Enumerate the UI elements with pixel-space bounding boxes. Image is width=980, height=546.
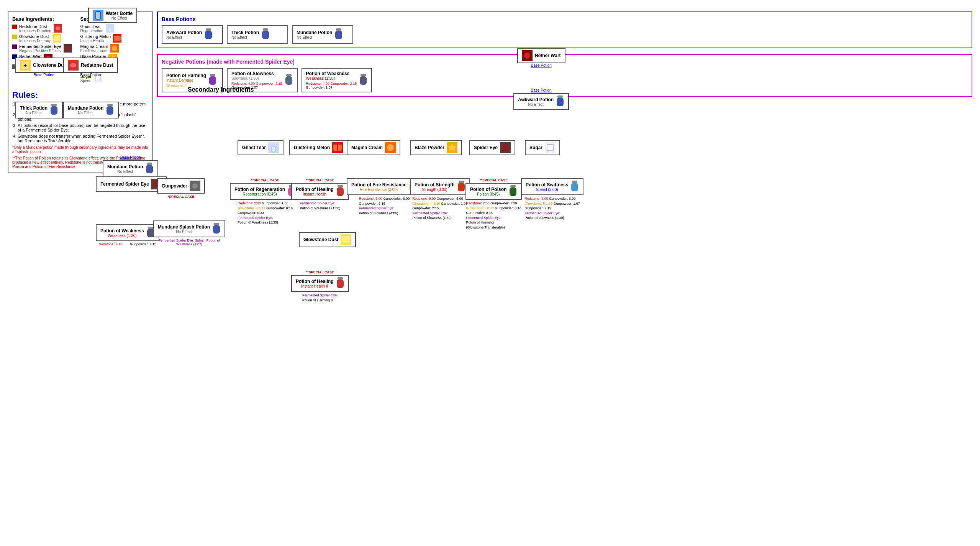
mundane-panel-title: Mundane Potion [297,30,332,35]
blaze-powder-box: Blaze Powder [410,140,462,155]
regen-sub: Regeneration (0:45) [234,192,285,196]
slowness-panel-sub: Slowness (1:30) [231,76,282,81]
swiftness-sub: Speed (3:00) [526,187,568,192]
mundane-splash-box: Mundane Splash Potion No Effect [153,220,225,237]
glowstone-mid-title: Glowstone Dust [303,237,338,242]
mundane-potion-top-title: Mundane Potion [68,105,103,111]
glowstone-dust-mid-node: Glowstone Dust [299,232,356,247]
healing-1-icon [336,185,344,197]
ghast-legend-icon [106,24,114,33]
healing-potion-2-box: Potion of Healing Instant Health II [291,275,349,292]
legend-melon: Glistering Melon Instant Health [80,34,136,43]
legend-redstone: Redstone Dust Increases Duration [12,24,73,33]
swiftness-details: Redstone: 8:00 Gunpowder: 6:00 Glowstone… [525,196,580,220]
ghast-tear-box: Ghast Tear [238,140,284,155]
swiftness-box: Potion of Swiftness Speed (3:00) [521,178,583,195]
mundane-panel-item: Mundane Potion No Effect [292,25,353,44]
swiftness-title: Potion of Swiftness [526,182,568,187]
mundane-splash-icon [212,223,221,235]
svg-point-44 [70,63,76,67]
glistering-melon-box: Glistering Melon [289,140,347,155]
magma-legend-text: Magma Cream Fire Resistance [80,44,108,53]
mundane-mid-base-link[interactable]: Base Potion [120,155,141,160]
svg-rect-120 [262,31,269,39]
poison-box: Potion of Poison Poison (0:45) [465,183,522,200]
svg-rect-54 [146,165,153,173]
healing-1-sub: Instant Health [296,192,334,196]
thick-potion-title: Thick Potion [20,105,48,111]
svg-rect-63 [213,225,220,234]
svg-rect-117 [206,28,211,31]
fermented-dot [12,44,17,49]
legend-magma: Magma Cream Fire Resistance [80,44,136,53]
blaze-powder-title: Blaze Powder [415,145,444,150]
weakness-panel-icon [359,74,367,86]
svg-rect-125 [286,74,292,76]
healing-potion-2-node: **SPECIAL CASE Potion of Healing Instant… [291,270,349,303]
nether-wart-base-link[interactable]: Base Potion [531,63,552,67]
svg-rect-123 [210,74,215,76]
mundane-panel-sub: No Effect [297,35,332,39]
regen-title: Potion of Regeneration [234,187,285,192]
poison-sub: Poison (0:45) [470,192,506,196]
awkward-panel-item: Awkward Potion No Effect [162,25,223,44]
fire-res-title: Potion of Fire Resistance [351,182,406,187]
thick-panel-sub: No Effect [231,35,259,39]
redstone-dot [12,25,17,29]
svg-rect-77 [547,145,553,151]
svg-rect-88 [459,181,464,183]
ghast-tear-node: Ghast Tear [238,140,284,155]
legend-box: Base Ingredients: Redstone Dust Increase… [8,12,153,173]
glowstone-base-link[interactable]: Base Potion [34,73,54,77]
weakness-panel-title: Potion of Weakness [306,71,357,76]
redstone-title: Redstone Dust [81,62,113,68]
base-ingredients-title: Base Ingredients: [12,16,73,22]
redstone-base-link[interactable]: Base Potion [80,73,101,77]
melon-legend-icon [113,34,121,43]
thick-potion-node: Thick Potion No Effect [15,102,63,118]
healing-2-details: Fermented Spider Eye: Potion of Harming … [302,293,338,303]
spider-eye-box: Spider Eye [469,140,515,155]
harming-panel-title: Potion of Harming [166,73,206,78]
svg-rect-89 [458,183,465,191]
gunpowder-title: Gunpowder [162,183,187,189]
melon-legend-text: Glistering Melon Instant Health [80,34,111,43]
glowstone-mid-icon [341,234,351,245]
weakness-gunpowder: Gunpowder: 2:15 [130,242,156,246]
thick-potion-sub: No Effect [20,111,48,115]
svg-point-95 [56,26,60,30]
fire-res-details: Redstone: 8:00 Gunpowder: 6:00 Gunpowder… [359,196,410,215]
redstone-legend-icon [54,24,62,33]
spider-eye-icon [500,142,511,153]
strength-icon [457,181,465,193]
awkward-base-link[interactable]: Base Potion [531,88,552,92]
healing-potion-1-box: Potion of Healing Instant Health [291,183,349,200]
strength-title: Potion of Strength [415,182,455,187]
healing-1-title: Potion of Healing [296,187,334,192]
base-potions-title: Base Potions [162,16,968,22]
healing-potion-1-node: **SPECIAL CASE Potion of Healing Instant… [291,178,349,211]
weakness-left-sub: Weakness (1:30) [100,234,144,238]
svg-point-59 [192,183,198,189]
svg-point-105 [108,27,112,32]
footnote-1: *Only a Mundane potion made through seco… [12,145,149,154]
thick-potion-icon [50,104,58,116]
rules-title: Rules: [12,90,149,100]
water-bottle-box: Water Bottle No Effect [88,8,137,23]
svg-rect-93 [571,183,578,191]
mundane-potion-top-icon [106,104,114,116]
mundane-panel-icon [334,28,343,41]
nether-wart-icon [522,50,533,61]
svg-rect-128 [360,76,367,85]
strength-box: Potion of Strength Strength (3:00) [410,178,470,195]
base-potions-items: Awkward Potion No Effect Thick Potion No… [162,25,968,44]
svg-rect-50 [107,106,113,115]
svg-rect-84 [338,277,343,280]
healing-2-sub: Instant Health II [296,284,334,288]
svg-rect-80 [338,185,343,187]
svg-rect-119 [263,28,268,31]
harming-icon [208,74,217,86]
gunpowder-node: Gunpowder *SPECIAL CASE [157,178,205,199]
svg-rect-52 [557,98,564,106]
awkward-potion-sub: No Effect [518,102,554,107]
